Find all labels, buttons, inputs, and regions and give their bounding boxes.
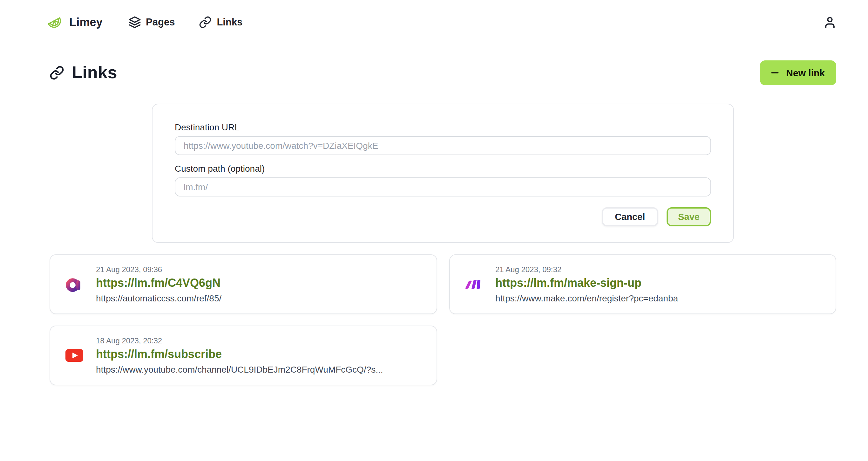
automaticcss-icon [65, 275, 83, 293]
limey-app: Limey Pages [0, 0, 868, 461]
custom-path-label: Custom path (optional) [175, 164, 711, 174]
new-link-button-label: New link [786, 67, 825, 78]
brand-name: Limey [69, 16, 103, 29]
make-icon [465, 275, 483, 293]
destination-url: https://www.make.com/en/register?pc=edan… [495, 293, 678, 303]
link-icon [199, 16, 212, 29]
destination-url-input[interactable] [175, 136, 711, 155]
link-card: 21 Aug 2023, 09:32 https://lm.fm/make-si… [449, 254, 836, 314]
save-button[interactable]: Save [666, 207, 711, 226]
destination-url: https://automaticcss.com/ref/85/ [96, 293, 221, 303]
lime-logo-icon [45, 13, 64, 31]
cancel-button[interactable]: Cancel [601, 207, 658, 226]
link-card-text: 21 Aug 2023, 09:32 https://lm.fm/make-si… [495, 265, 678, 303]
link-card-text: 21 Aug 2023, 09:36 https://lm.fm/C4VQ6gN… [96, 265, 221, 303]
user-icon [823, 15, 837, 29]
link-date: 18 Aug 2023, 20:32 [96, 336, 383, 345]
short-link[interactable]: https://lm.fm/make-sign-up [495, 276, 678, 290]
form-actions: Cancel Save [175, 207, 711, 226]
short-link[interactable]: https://lm.fm/subscribe [96, 347, 383, 361]
nav-item-links[interactable]: Links [199, 16, 242, 29]
links-list: 21 Aug 2023, 09:36 https://lm.fm/C4VQ6gN… [50, 254, 836, 385]
youtube-icon [65, 346, 83, 364]
minus-icon [770, 67, 780, 78]
nav-label-pages: Pages [146, 17, 175, 28]
header: Limey Pages [0, 0, 868, 45]
brand-home-link[interactable]: Limey [45, 13, 103, 31]
link-date: 21 Aug 2023, 09:32 [495, 265, 678, 274]
main-content: Links New link Destination URL Custom pa… [0, 58, 868, 385]
destination-url-label: Destination URL [175, 122, 711, 132]
user-account-button[interactable] [822, 15, 837, 30]
link-icon [50, 65, 64, 80]
link-card: 21 Aug 2023, 09:36 https://lm.fm/C4VQ6gN… [50, 254, 437, 314]
main-nav: Pages Links [128, 16, 242, 29]
nav-item-pages[interactable]: Pages [128, 16, 175, 29]
link-card: 18 Aug 2023, 20:32 https://lm.fm/subscri… [50, 325, 437, 385]
nav-label-links: Links [217, 17, 242, 28]
link-card-text: 18 Aug 2023, 20:32 https://lm.fm/subscri… [96, 336, 383, 374]
link-date: 21 Aug 2023, 09:36 [96, 265, 221, 274]
short-link[interactable]: https://lm.fm/C4VQ6gN [96, 276, 221, 290]
new-link-form: Destination URL Custom path (optional) C… [152, 104, 734, 243]
page-title: Links [72, 63, 117, 82]
custom-path-input[interactable] [175, 177, 711, 197]
page-title-row: Links New link [50, 58, 836, 86]
destination-url: https://www.youtube.com/channel/UCL9IDbE… [96, 364, 383, 374]
page-title-wrap: Links [50, 63, 117, 82]
new-link-button[interactable]: New link [760, 60, 836, 85]
header-right [822, 15, 837, 30]
layers-icon [128, 16, 141, 29]
